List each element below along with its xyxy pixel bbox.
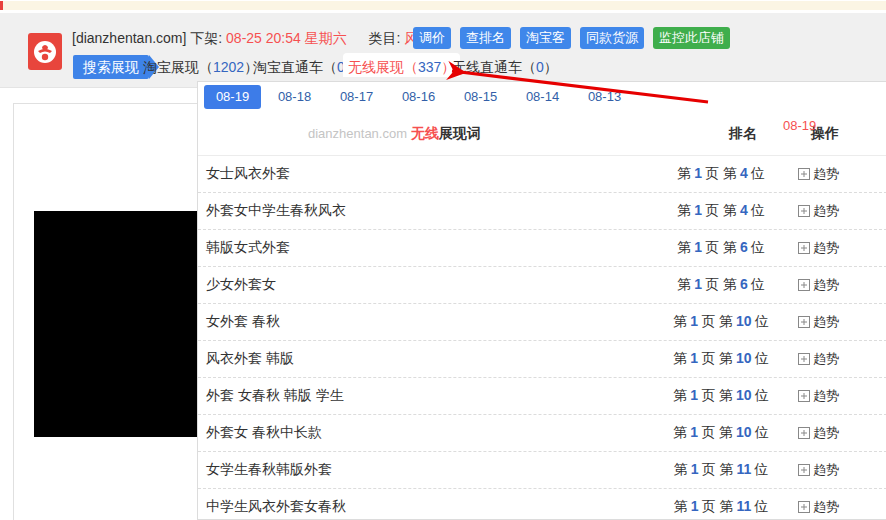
keyword-row: 女外套 春秋 第1页 第10位 趋势 (198, 304, 886, 341)
keyword-row: 外套 女春秋 韩版 学生 第1页 第10位 趋势 (198, 378, 886, 415)
rank-value: 第1页 第11位 (651, 461, 791, 479)
keyword-text[interactable]: 外套 女春秋 韩版 学生 (206, 387, 344, 405)
trend-button[interactable]: 趋势 (798, 350, 839, 368)
exposure-tab-label: 淘宝展现 (143, 59, 199, 75)
trend-plus-icon (798, 168, 810, 180)
paren-open: （ (199, 59, 213, 75)
keyword-row: 韩版女式外套 第1页 第6位 趋势 (198, 230, 886, 267)
keyword-row: 中学生风衣外套女春秋 第1页 第11位 趋势 (198, 489, 886, 520)
rank-value: 第1页 第4位 (651, 202, 791, 220)
header-action-button[interactable]: 查排名 (460, 27, 511, 49)
trend-label: 趋势 (813, 350, 839, 368)
date-overlay-label: 08-19 (783, 118, 816, 133)
trend-button[interactable]: 趋势 (798, 165, 839, 183)
offshelf-time: 08-25 20:54 星期六 (226, 30, 347, 46)
trend-button[interactable]: 趋势 (798, 387, 839, 405)
store-name: [dianzhentan.com] (72, 30, 186, 46)
keyword-text[interactable]: 女士风衣外套 (206, 165, 290, 183)
trend-plus-icon (798, 390, 810, 402)
keyword-text[interactable]: 韩版女式外套 (206, 239, 290, 257)
paren-close: ） (544, 59, 558, 75)
keyword-text[interactable]: 风衣外套 韩版 (206, 350, 294, 368)
top-notice-red-cap (0, 1, 3, 10)
exposure-tab[interactable]: 搜索展现 (73, 55, 149, 79)
keyword-text[interactable]: 女外套 春秋 (206, 313, 280, 331)
header-action-button[interactable]: 监控此店铺 (653, 27, 730, 49)
keyword-row: 外套女中学生春秋风衣 第1页 第4位 趋势 (198, 193, 886, 230)
keyword-text[interactable]: 女学生春秋韩版外套 (206, 461, 332, 479)
wireless-keywords-panel: 08-19 08-18 08-17 08-16 08-15 08-14 08-1… (197, 81, 886, 520)
trend-button[interactable]: 趋势 (798, 498, 839, 516)
exposure-tab-label: 淘宝直通车 (253, 59, 323, 75)
rank-value: 第1页 第10位 (651, 387, 791, 405)
rank-value: 第1页 第10位 (651, 350, 791, 368)
trend-plus-icon (798, 242, 810, 254)
trend-label: 趋势 (813, 424, 839, 442)
trend-label: 趋势 (813, 239, 839, 257)
date-tab[interactable]: 08-14 (514, 85, 571, 109)
date-tab[interactable]: 08-15 (452, 85, 509, 109)
header-action-button[interactable]: 淘宝客 (520, 27, 571, 49)
date-tab[interactable]: 08-13 (576, 85, 633, 109)
keywords-table-header: dianzhentan.com 无线展现词 排名 操作 08-19 (198, 114, 886, 156)
trend-label: 趋势 (813, 165, 839, 183)
paren-open: （ (522, 59, 536, 75)
exposure-tab-count: 337 (418, 59, 441, 75)
trend-button[interactable]: 趋势 (798, 424, 839, 442)
rank-value: 第1页 第6位 (651, 239, 791, 257)
date-tab[interactable]: 08-16 (390, 85, 447, 109)
keyword-row: 风衣外套 韩版 第1页 第10位 趋势 (198, 341, 886, 378)
rank-value: 第1页 第6位 (651, 276, 791, 294)
trend-plus-icon (798, 353, 810, 365)
table-title: dianzhentan.com 无线展现词 (308, 125, 481, 143)
exposure-tab-count: 1202 (213, 59, 244, 75)
keyword-row: 女学生春秋韩版外套 第1页 第11位 趋势 (198, 452, 886, 489)
page: [dianzhentan.com] 下架: 08-25 20:54 星期六 类目… (0, 0, 886, 520)
trend-label: 趋势 (813, 498, 839, 516)
exposure-tab-count: 0 (536, 59, 544, 75)
rank-value: 第1页 第4位 (651, 165, 791, 183)
date-tab[interactable]: 08-17 (328, 85, 385, 109)
trend-plus-icon (798, 464, 810, 476)
store-info-row: [dianzhentan.com] 下架: 08-25 20:54 星期六 类目… (72, 27, 432, 49)
keyword-row: 外套女 春秋中长款 第1页 第10位 趋势 (198, 415, 886, 452)
trend-label: 趋势 (813, 461, 839, 479)
trend-plus-icon (798, 279, 810, 291)
trend-label: 趋势 (813, 387, 839, 405)
paren-open: （ (404, 59, 418, 75)
keyword-text[interactable]: 中学生风衣外套女春秋 (206, 498, 346, 516)
keyword-row: 少女外套女 第1页 第6位 趋势 (198, 267, 886, 304)
keyword-text[interactable]: 外套女中学生春秋风衣 (206, 202, 346, 220)
date-tabs: 08-19 08-18 08-17 08-16 08-15 08-14 08-1… (204, 85, 633, 109)
trend-button[interactable]: 趋势 (798, 239, 839, 257)
keyword-text[interactable]: 少女外套女 (206, 276, 276, 294)
trend-plus-icon (798, 316, 810, 328)
keywords-table-body: 女士风衣外套 第1页 第4位 趋势 外套女中学生春秋风衣 第1页 第4位 (198, 156, 886, 520)
header-action-button[interactable]: 调价 (413, 27, 451, 49)
trend-button[interactable]: 趋势 (798, 313, 839, 331)
header-action-button[interactable]: 同款货源 (580, 27, 644, 49)
exposure-tab-label: 搜索展现 (83, 59, 139, 75)
trend-plus-icon (798, 501, 810, 513)
date-tab[interactable]: 08-18 (266, 85, 323, 109)
category-label: 类目: (369, 30, 401, 46)
exposure-tab-label: 无线展现 (348, 59, 404, 75)
trend-label: 趋势 (813, 313, 839, 331)
store-header: [dianzhentan.com] 下架: 08-25 20:54 星期六 类目… (0, 13, 886, 88)
rank-value: 第1页 第11位 (651, 498, 791, 516)
trend-button[interactable]: 趋势 (798, 461, 839, 479)
table-title-highlight: 无线 (411, 125, 439, 141)
watermark-text: dianzhentan.com (308, 126, 407, 141)
rank-value: 第1页 第10位 (651, 424, 791, 442)
exposure-tab[interactable]: 淘宝展现（1202） (143, 55, 258, 79)
table-title-rest: 展现词 (439, 125, 481, 141)
rank-value: 第1页 第10位 (651, 313, 791, 331)
keyword-text[interactable]: 外套女 春秋中长款 (206, 424, 322, 442)
trend-button[interactable]: 趋势 (798, 202, 839, 220)
trend-plus-icon (798, 205, 810, 217)
exposure-tab[interactable]: 无线展现（337） (343, 53, 460, 77)
exposure-tab[interactable]: 无线直通车（0） (452, 55, 558, 79)
date-tab[interactable]: 08-19 (204, 85, 261, 109)
top-notice-bar (0, 1, 886, 10)
trend-button[interactable]: 趋势 (798, 276, 839, 294)
